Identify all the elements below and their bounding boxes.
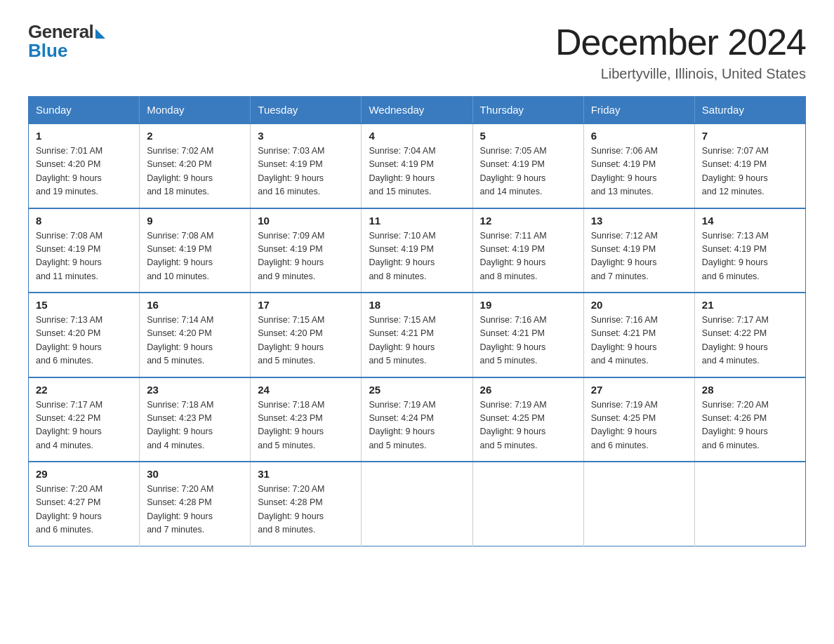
- day-info: Sunrise: 7:06 AMSunset: 4:19 PMDaylight:…: [591, 145, 687, 199]
- calendar-cell: 20Sunrise: 7:16 AMSunset: 4:21 PMDayligh…: [583, 293, 694, 377]
- calendar-cell: 26Sunrise: 7:19 AMSunset: 4:25 PMDayligh…: [472, 377, 583, 462]
- calendar-cell: 7Sunrise: 7:07 AMSunset: 4:19 PMDaylight…: [694, 123, 805, 208]
- calendar-cell: 3Sunrise: 7:03 AMSunset: 4:19 PMDaylight…: [251, 123, 362, 208]
- day-info: Sunrise: 7:09 AMSunset: 4:19 PMDaylight:…: [258, 229, 354, 284]
- calendar-cell: 19Sunrise: 7:16 AMSunset: 4:21 PMDayligh…: [472, 293, 583, 377]
- calendar-cell: [362, 462, 472, 546]
- calendar-cell: 15Sunrise: 7:13 AMSunset: 4:20 PMDayligh…: [29, 293, 140, 377]
- calendar-cell: 8Sunrise: 7:08 AMSunset: 4:19 PMDaylight…: [29, 208, 140, 293]
- day-number: 5: [480, 130, 576, 142]
- day-number: 9: [147, 215, 243, 227]
- calendar-cell: 17Sunrise: 7:15 AMSunset: 4:20 PMDayligh…: [251, 293, 362, 377]
- calendar-cell: 2Sunrise: 7:02 AMSunset: 4:20 PMDaylight…: [140, 123, 251, 208]
- calendar-cell: [472, 462, 583, 546]
- calendar-cell: [583, 462, 694, 546]
- day-info: Sunrise: 7:18 AMSunset: 4:23 PMDaylight:…: [147, 398, 243, 453]
- day-info: Sunrise: 7:20 AMSunset: 4:26 PMDaylight:…: [702, 398, 798, 453]
- calendar-cell: 30Sunrise: 7:20 AMSunset: 4:28 PMDayligh…: [140, 462, 251, 546]
- calendar-cell: 21Sunrise: 7:17 AMSunset: 4:22 PMDayligh…: [694, 293, 805, 377]
- day-info: Sunrise: 7:04 AMSunset: 4:19 PMDaylight:…: [369, 145, 465, 199]
- calendar-week-row: 8Sunrise: 7:08 AMSunset: 4:19 PMDaylight…: [29, 208, 806, 293]
- calendar-week-row: 15Sunrise: 7:13 AMSunset: 4:20 PMDayligh…: [29, 293, 806, 377]
- calendar-week-row: 29Sunrise: 7:20 AMSunset: 4:27 PMDayligh…: [29, 462, 806, 546]
- day-number: 29: [36, 468, 132, 480]
- day-info: Sunrise: 7:07 AMSunset: 4:19 PMDaylight:…: [702, 145, 798, 199]
- calendar-cell: 11Sunrise: 7:10 AMSunset: 4:19 PMDayligh…: [362, 208, 472, 293]
- day-number: 21: [702, 299, 798, 311]
- day-info: Sunrise: 7:05 AMSunset: 4:19 PMDaylight:…: [480, 145, 576, 199]
- calendar-cell: 28Sunrise: 7:20 AMSunset: 4:26 PMDayligh…: [694, 377, 805, 462]
- weekday-header-sunday: Sunday: [29, 97, 140, 124]
- day-number: 19: [480, 299, 576, 311]
- day-number: 1: [36, 130, 132, 142]
- day-number: 26: [480, 384, 576, 396]
- day-number: 16: [147, 299, 243, 311]
- day-number: 7: [702, 130, 798, 142]
- day-info: Sunrise: 7:19 AMSunset: 4:24 PMDaylight:…: [369, 398, 465, 453]
- day-info: Sunrise: 7:08 AMSunset: 4:19 PMDaylight:…: [36, 229, 132, 284]
- calendar-cell: [694, 462, 805, 546]
- day-number: 20: [591, 299, 687, 311]
- calendar-cell: 10Sunrise: 7:09 AMSunset: 4:19 PMDayligh…: [251, 208, 362, 293]
- day-info: Sunrise: 7:01 AMSunset: 4:20 PMDaylight:…: [36, 145, 132, 199]
- calendar-cell: 14Sunrise: 7:13 AMSunset: 4:19 PMDayligh…: [694, 208, 805, 293]
- calendar-cell: 22Sunrise: 7:17 AMSunset: 4:22 PMDayligh…: [29, 377, 140, 462]
- calendar-cell: 9Sunrise: 7:08 AMSunset: 4:19 PMDaylight…: [140, 208, 251, 293]
- calendar-cell: 24Sunrise: 7:18 AMSunset: 4:23 PMDayligh…: [251, 377, 362, 462]
- calendar-week-row: 1Sunrise: 7:01 AMSunset: 4:20 PMDaylight…: [29, 123, 806, 208]
- weekday-header-saturday: Saturday: [694, 97, 805, 124]
- calendar-cell: 31Sunrise: 7:20 AMSunset: 4:28 PMDayligh…: [251, 462, 362, 546]
- calendar-week-row: 22Sunrise: 7:17 AMSunset: 4:22 PMDayligh…: [29, 377, 806, 462]
- weekday-header-friday: Friday: [583, 97, 694, 124]
- day-number: 31: [258, 468, 354, 480]
- day-info: Sunrise: 7:12 AMSunset: 4:19 PMDaylight:…: [591, 229, 687, 284]
- day-number: 13: [591, 215, 687, 227]
- day-number: 3: [258, 130, 354, 142]
- title-area: December 2024 Libertyville, Illinois, Un…: [555, 21, 806, 82]
- day-number: 17: [258, 299, 354, 311]
- calendar-cell: 16Sunrise: 7:14 AMSunset: 4:20 PMDayligh…: [140, 293, 251, 377]
- month-title: December 2024: [555, 21, 806, 63]
- day-info: Sunrise: 7:10 AMSunset: 4:19 PMDaylight:…: [369, 229, 465, 284]
- weekday-header-thursday: Thursday: [472, 97, 583, 124]
- day-number: 15: [36, 299, 132, 311]
- day-number: 23: [147, 384, 243, 396]
- calendar-cell: 12Sunrise: 7:11 AMSunset: 4:19 PMDayligh…: [472, 208, 583, 293]
- day-info: Sunrise: 7:20 AMSunset: 4:28 PMDaylight:…: [258, 483, 354, 537]
- calendar-cell: 27Sunrise: 7:19 AMSunset: 4:25 PMDayligh…: [583, 377, 694, 462]
- logo-triangle-icon: [95, 29, 105, 39]
- calendar-cell: 29Sunrise: 7:20 AMSunset: 4:27 PMDayligh…: [29, 462, 140, 546]
- calendar-cell: 1Sunrise: 7:01 AMSunset: 4:20 PMDaylight…: [29, 123, 140, 208]
- day-number: 18: [369, 299, 465, 311]
- day-info: Sunrise: 7:19 AMSunset: 4:25 PMDaylight:…: [591, 398, 687, 453]
- day-info: Sunrise: 7:20 AMSunset: 4:27 PMDaylight:…: [36, 483, 132, 537]
- day-number: 22: [36, 384, 132, 396]
- calendar-cell: 4Sunrise: 7:04 AMSunset: 4:19 PMDaylight…: [362, 123, 472, 208]
- day-number: 27: [591, 384, 687, 396]
- day-number: 8: [36, 215, 132, 227]
- day-info: Sunrise: 7:15 AMSunset: 4:20 PMDaylight:…: [258, 314, 354, 368]
- day-info: Sunrise: 7:03 AMSunset: 4:19 PMDaylight:…: [258, 145, 354, 199]
- calendar-cell: 23Sunrise: 7:18 AMSunset: 4:23 PMDayligh…: [140, 377, 251, 462]
- calendar-cell: 25Sunrise: 7:19 AMSunset: 4:24 PMDayligh…: [362, 377, 472, 462]
- calendar-cell: 6Sunrise: 7:06 AMSunset: 4:19 PMDaylight…: [583, 123, 694, 208]
- day-number: 4: [369, 130, 465, 142]
- calendar-cell: 18Sunrise: 7:15 AMSunset: 4:21 PMDayligh…: [362, 293, 472, 377]
- weekday-header-monday: Monday: [140, 97, 251, 124]
- day-number: 12: [480, 215, 576, 227]
- day-info: Sunrise: 7:16 AMSunset: 4:21 PMDaylight:…: [480, 314, 576, 368]
- day-info: Sunrise: 7:16 AMSunset: 4:21 PMDaylight:…: [591, 314, 687, 368]
- day-number: 25: [369, 384, 465, 396]
- weekday-header-wednesday: Wednesday: [362, 97, 472, 124]
- header: General Blue December 2024 Libertyville,…: [28, 21, 806, 82]
- day-number: 28: [702, 384, 798, 396]
- day-number: 30: [147, 468, 243, 480]
- day-number: 6: [591, 130, 687, 142]
- day-info: Sunrise: 7:17 AMSunset: 4:22 PMDaylight:…: [702, 314, 798, 368]
- calendar-cell: 13Sunrise: 7:12 AMSunset: 4:19 PMDayligh…: [583, 208, 694, 293]
- day-number: 14: [702, 215, 798, 227]
- weekday-header-tuesday: Tuesday: [251, 97, 362, 124]
- day-number: 11: [369, 215, 465, 227]
- weekday-header-row: SundayMondayTuesdayWednesdayThursdayFrid…: [29, 97, 806, 124]
- day-info: Sunrise: 7:13 AMSunset: 4:20 PMDaylight:…: [36, 314, 132, 368]
